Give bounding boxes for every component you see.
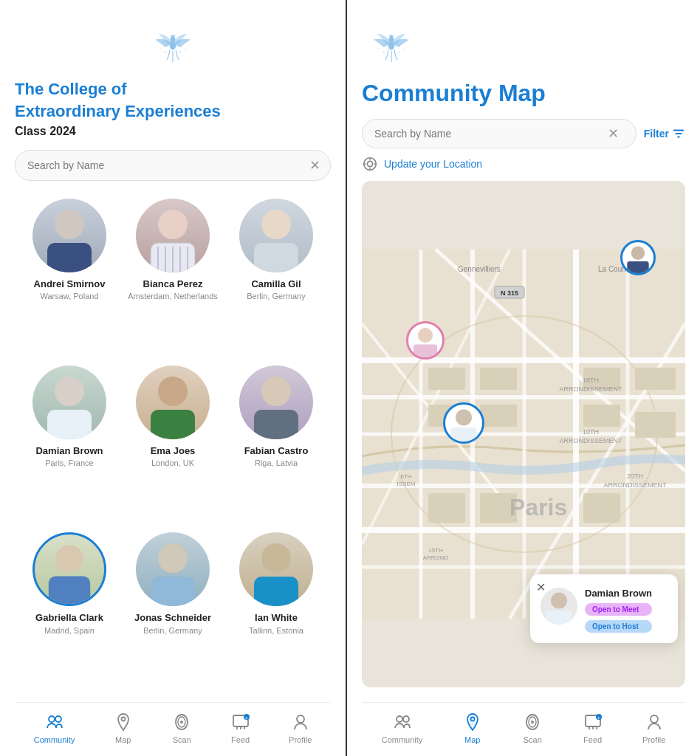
svg-point-90 (631, 246, 645, 259)
right-logo (362, 22, 421, 66)
popup-info: Damian Brown Open to Meet Open to Host (585, 588, 652, 633)
profile-icon-right (644, 712, 665, 732)
list-item[interactable]: Fabian Castro Riga, Latvia (227, 365, 325, 520)
left-logo (143, 22, 202, 66)
svg-text:10TH: 10TH (583, 428, 599, 436)
map-pin-damian[interactable] (443, 402, 484, 444)
map-icon (113, 712, 134, 732)
svg-point-46 (367, 161, 372, 166)
svg-rect-24 (49, 576, 90, 604)
map-pin-pink[interactable] (406, 321, 445, 360)
left-panel: The College of Extraordinary Experiences… (0, 0, 347, 756)
svg-point-43 (378, 48, 379, 49)
svg-text:20TH: 20TH (627, 472, 643, 480)
avatar (239, 532, 313, 606)
svg-point-38 (297, 715, 304, 723)
list-item[interactable]: Damian Brown Paris, France (21, 365, 118, 520)
right-bottom-nav: Community Map Scan + Feed (362, 702, 685, 756)
list-item[interactable]: Ian White Tallinn, Estonia (227, 532, 325, 687)
list-item[interactable]: Gabriella Clark Madrid, Spain (21, 532, 118, 687)
nav-item-feed-left[interactable]: + Feed (230, 712, 251, 744)
profile-icon (290, 712, 311, 732)
member-name: Camilla Gil (251, 278, 301, 290)
svg-point-6 (55, 210, 84, 239)
nav-label-feed-left: Feed (231, 735, 250, 744)
right-search-input[interactable] (362, 119, 636, 148)
nav-item-scan-right[interactable]: Scan (522, 712, 543, 744)
avatar (32, 532, 106, 606)
svg-rect-65 (480, 368, 517, 390)
nav-label-scan-left: Scan (173, 735, 191, 744)
right-panel: Community Map ✕ Filter Update your Locat… (347, 0, 700, 756)
list-item[interactable]: Jonas Schneider Berlin, Germany (124, 532, 222, 687)
avatar (32, 199, 106, 272)
svg-text:18TH: 18TH (583, 377, 599, 384)
avatar (136, 532, 210, 606)
update-location-btn[interactable]: Update your Location (362, 156, 482, 172)
member-location: Riga, Latvia (255, 458, 298, 468)
svg-point-3 (179, 51, 181, 52)
location-ring-icon (362, 156, 378, 172)
popup-avatar (541, 588, 577, 625)
svg-text:+: + (597, 715, 600, 720)
svg-point-17 (55, 377, 84, 406)
member-location: London, UK (151, 458, 194, 468)
svg-point-44 (404, 48, 405, 49)
nav-item-map-left[interactable]: Map (113, 712, 134, 744)
member-name: Andrei Smirnov (34, 278, 106, 290)
member-name: Fabian Castro (244, 445, 309, 457)
nav-label-map-left: Map (115, 735, 131, 744)
nav-item-profile-right[interactable]: Profile (642, 712, 665, 744)
svg-rect-74 (635, 412, 676, 438)
left-search-clear-icon[interactable]: ✕ (309, 157, 320, 173)
nav-item-profile-left[interactable]: Profile (289, 712, 312, 744)
svg-point-30 (55, 716, 61, 722)
svg-point-34 (180, 721, 183, 724)
svg-text:N 315: N 315 (501, 289, 518, 297)
left-bottom-nav: Community Map Scan + Feed (15, 702, 331, 756)
svg-text:Paris: Paris (509, 494, 567, 520)
avatar (32, 365, 106, 439)
nav-item-feed-right[interactable]: + Feed (583, 712, 603, 744)
svg-point-23 (55, 545, 83, 573)
svg-text:ARROND: ARROND (423, 554, 449, 561)
list-item[interactable]: Bianca Perez Amsterdam, Netherlands (124, 199, 222, 354)
right-search-clear-icon[interactable]: ✕ (608, 126, 619, 142)
badge-open-to-host: Open to Host (585, 620, 652, 633)
member-location: Madrid, Spain (44, 625, 95, 636)
nav-label-profile-left: Profile (289, 735, 312, 744)
map-container[interactable]: Gennevilliers La Courneuve N 315 18TH AR… (362, 181, 685, 687)
scan-icon-right (522, 712, 543, 732)
svg-point-2 (165, 51, 166, 52)
badge-open-to-meet: Open to Meet (585, 603, 652, 616)
svg-rect-20 (151, 410, 195, 439)
map-icon-right (462, 712, 483, 732)
nav-item-map-right[interactable]: Map (462, 712, 483, 744)
member-location: Berlin, Germany (247, 291, 305, 301)
svg-point-27 (261, 543, 291, 573)
nav-item-community-left[interactable]: Community (34, 712, 75, 744)
list-item[interactable]: Andrei Smirnov Warsaw, Poland (21, 199, 118, 354)
map-pin-blue[interactable] (620, 240, 656, 275)
popup-content: Damian Brown Open to Meet Open to Host (541, 588, 668, 633)
svg-point-19 (158, 377, 188, 406)
community-icon (44, 712, 65, 732)
member-name: Jonas Schneider (134, 612, 211, 624)
svg-point-29 (49, 716, 55, 722)
member-location: Amsterdam, Netherlands (128, 291, 218, 301)
popup-close-icon[interactable]: ✕ (536, 580, 546, 594)
filter-button[interactable]: Filter (644, 127, 685, 140)
nav-item-scan-left[interactable]: Scan (171, 712, 192, 744)
svg-point-92 (418, 328, 433, 343)
list-item[interactable]: Camilla Gil Berlin, Germany (227, 199, 325, 354)
nav-item-community-right[interactable]: Community (382, 712, 423, 744)
svg-point-42 (398, 51, 399, 52)
member-name: Ema Joes (151, 445, 196, 457)
left-search-input[interactable] (15, 150, 331, 181)
svg-rect-67 (480, 405, 517, 427)
svg-rect-70 (428, 493, 465, 523)
svg-text:ARRONDISSEMENT: ARRONDISSEMENT (603, 481, 667, 489)
list-item[interactable]: Ema Joes London, UK (124, 365, 222, 520)
member-name: Damian Brown (35, 445, 103, 457)
right-search-bar: ✕ Filter (362, 119, 685, 148)
